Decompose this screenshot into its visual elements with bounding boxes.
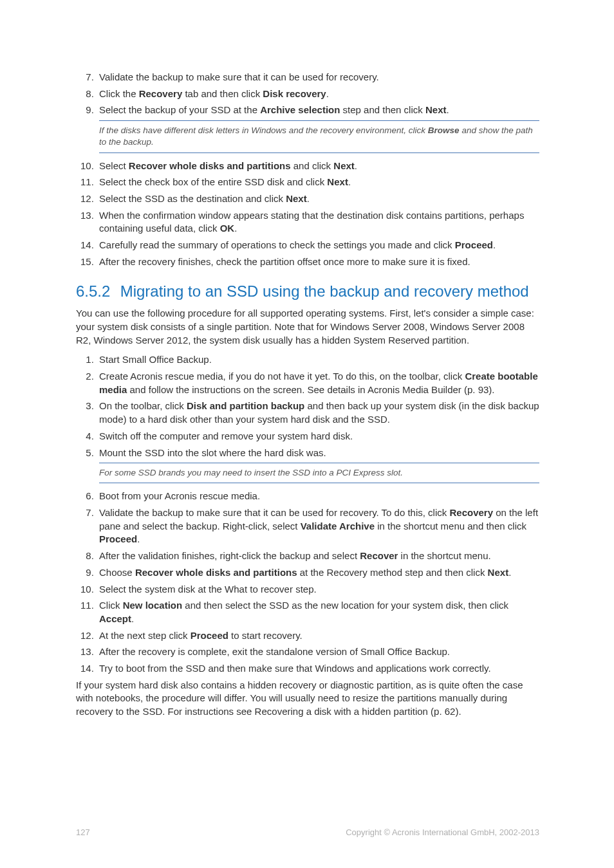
- text: Boot from your Acronis rescue media.: [99, 490, 260, 501]
- bold: Next: [333, 160, 355, 171]
- text: .: [137, 533, 140, 544]
- text: On the toolbar, click: [99, 400, 187, 411]
- text: to start recovery.: [228, 630, 302, 641]
- ordered-list-top-cont: Select Recover whole disks and partition…: [76, 160, 539, 269]
- ordered-list-steps: Start Small Office Backup. Create Acroni…: [76, 353, 539, 459]
- list-item: Boot from your Acronis rescue media.: [97, 490, 539, 503]
- heading-title: Migrating to an SSD using the backup and…: [120, 282, 529, 300]
- text: At the next step click: [99, 630, 191, 641]
- bold: Next: [425, 104, 447, 115]
- section-heading: 6.5.2 Migrating to an SSD using the back…: [76, 282, 539, 300]
- list-item: After the validation finishes, right-cli…: [97, 549, 539, 563]
- list-item: Switch off the computer and remove your …: [97, 430, 539, 443]
- bold: Disk recovery: [263, 88, 326, 99]
- text: For some SSD brands you may need to inse…: [99, 468, 403, 477]
- bold: Recovery: [449, 507, 493, 518]
- text: Select the backup of your SSD at the: [99, 104, 260, 115]
- list-item: On the toolbar, click Disk and partition…: [97, 400, 539, 426]
- text: Choose: [99, 567, 135, 578]
- note-callout: For some SSD brands you may need to inse…: [99, 463, 539, 483]
- bold: Next: [286, 193, 307, 204]
- bold: Validate Archive: [301, 521, 375, 531]
- list-item: Try to boot from the SSD and then make s…: [97, 662, 539, 676]
- bold: Accept: [99, 613, 131, 624]
- bold: Proceed: [455, 239, 493, 250]
- text: Start Small Office Backup.: [99, 354, 212, 365]
- list-item: After the recovery is complete, exit the…: [97, 645, 539, 659]
- text: Click: [99, 600, 123, 611]
- page-number: 127: [76, 827, 90, 837]
- list-item: At the next step click Proceed to start …: [97, 629, 539, 643]
- list-item: Select the backup of your SSD at the Arc…: [97, 104, 539, 117]
- bold: Recover whole disks and partitions: [135, 567, 297, 578]
- text: in the shortcut menu.: [398, 550, 490, 561]
- text: After the validation finishes, right-cli…: [99, 550, 360, 561]
- text: .: [348, 176, 351, 187]
- text: Select the check box of the entire SSD d…: [99, 176, 327, 187]
- page-footer: 127 Copyright © Acronis International Gm…: [76, 827, 539, 837]
- bold: OK: [220, 223, 235, 234]
- list-item: Start Small Office Backup.: [97, 353, 539, 367]
- text: .: [307, 193, 310, 204]
- bold: Next: [488, 567, 509, 578]
- text: tab and then click: [182, 88, 263, 99]
- text: If the disks have different disk letters…: [99, 125, 428, 135]
- bold: Recover whole disks and partitions: [129, 160, 291, 171]
- list-item: Create Acronis rescue media, if you do n…: [97, 370, 539, 396]
- text: step and then click: [340, 104, 425, 115]
- text: Validate the backup to make sure that it…: [99, 71, 379, 82]
- outro-paragraph: If your system hard disk also contains a…: [76, 679, 539, 719]
- list-item: Select Recover whole disks and partition…: [97, 160, 539, 173]
- text: When the confirmation window appears sta…: [99, 210, 524, 234]
- text: and then select the SSD as the new locat…: [182, 600, 508, 611]
- text: Switch off the computer and remove your …: [99, 430, 353, 441]
- text: .: [131, 613, 134, 624]
- bold: Proceed: [99, 533, 137, 544]
- text: Select: [99, 160, 129, 171]
- text: Mount the SSD into the slot where the ha…: [99, 447, 326, 458]
- bold: Disk and partition backup: [187, 400, 304, 411]
- list-item: Validate the backup to make sure that it…: [97, 71, 539, 84]
- text: Click the: [99, 88, 139, 99]
- list-item: Select the SSD as the destination and cl…: [97, 192, 539, 206]
- text: and follow the instructions on the scree…: [127, 384, 494, 395]
- bold: Browse: [428, 125, 460, 135]
- bold: Proceed: [191, 630, 228, 641]
- list-item: Carefully read the summary of operations…: [97, 239, 539, 252]
- text: Validate the backup to make sure that it…: [99, 507, 449, 518]
- text: After the recovery is complete, exit the…: [99, 646, 450, 657]
- list-item: Select the system disk at the What to re…: [97, 583, 539, 596]
- list-item: Validate the backup to make sure that it…: [97, 506, 539, 546]
- text: in the shortcut menu and then click: [375, 521, 526, 531]
- list-item: Select the check box of the entire SSD d…: [97, 176, 539, 189]
- text: .: [234, 223, 237, 234]
- text: .: [493, 239, 496, 250]
- list-item: Click New location and then select the S…: [97, 599, 539, 625]
- bold: Recovery: [139, 88, 183, 99]
- text: Create Acronis rescue media, if you do n…: [99, 371, 465, 382]
- ordered-list-steps-cont: Boot from your Acronis rescue media. Val…: [76, 490, 539, 675]
- text: at the Recovery method step and then cli…: [297, 567, 488, 578]
- bold: Archive selection: [260, 104, 340, 115]
- text: Carefully read the summary of operations…: [99, 239, 455, 250]
- text: Try to boot from the SSD and then make s…: [99, 663, 491, 674]
- ordered-list-top: Validate the backup to make sure that it…: [76, 71, 539, 117]
- text: After the recovery finishes, check the p…: [99, 256, 470, 267]
- heading-number: 6.5.2: [76, 282, 116, 300]
- list-item: Mount the SSD into the slot where the ha…: [97, 447, 539, 460]
- text: and click: [291, 160, 334, 171]
- bold: Recover: [360, 550, 398, 561]
- text: .: [355, 160, 357, 171]
- text: .: [446, 104, 449, 115]
- text: .: [326, 88, 329, 99]
- list-item: Click the Recovery tab and then click Di…: [97, 88, 539, 101]
- copyright-text: Copyright © Acronis International GmbH, …: [346, 827, 539, 837]
- note-callout: If the disks have different disk letters…: [99, 120, 539, 152]
- bold: Next: [327, 176, 348, 187]
- text: Select the SSD as the destination and cl…: [99, 193, 286, 204]
- text: Select the system disk at the What to re…: [99, 584, 317, 595]
- bold: New location: [123, 600, 183, 611]
- list-item: After the recovery finishes, check the p…: [97, 255, 539, 269]
- document-page: Validate the backup to make sure that it…: [0, 0, 614, 868]
- text: .: [508, 567, 511, 578]
